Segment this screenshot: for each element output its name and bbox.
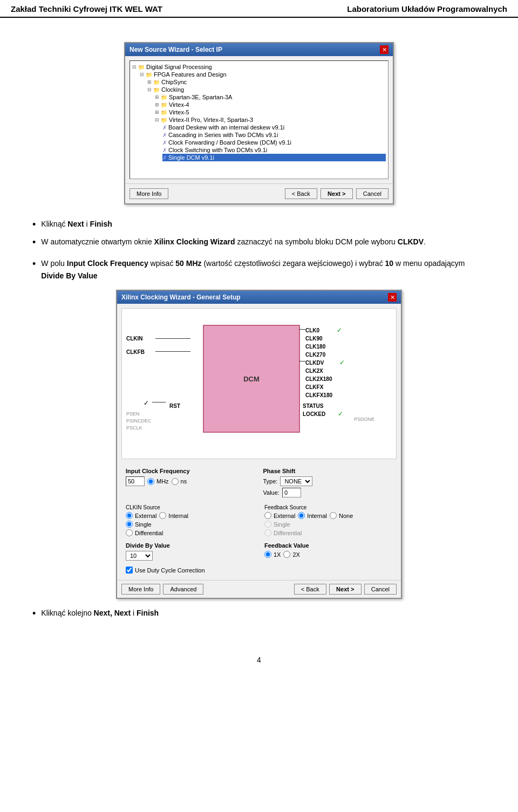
bullet1-next: Next xyxy=(67,220,84,228)
tree-item-dsp[interactable]: ⊟ 📁 Digital Signal Processing xyxy=(132,63,386,71)
clkin-diff-input[interactable] xyxy=(126,529,133,536)
tree-item-fpga[interactable]: ⊟ 📁 FPGA Features and Design xyxy=(140,71,386,78)
tree-label: Virtex-4 xyxy=(169,101,189,108)
feedback-source-group: Feedback Source External Internal xyxy=(264,504,392,538)
tree-item-clocking[interactable]: ⊟ 📁 Clocking xyxy=(147,86,386,93)
duty-cycle-label: Use Duty Cycle Correction xyxy=(135,567,205,574)
expand-icon: ⊟ xyxy=(132,64,137,70)
bullet-section-2: • W polu Input Clock Frequency wpisać 50… xyxy=(32,257,486,282)
fb-internal-input[interactable] xyxy=(298,512,305,519)
mhz-radio[interactable]: MHz xyxy=(147,478,169,485)
wire-clkfb xyxy=(155,351,190,352)
ns-radio[interactable]: ns xyxy=(172,478,187,485)
dialog1-next-button[interactable]: Next > xyxy=(321,188,353,199)
clkfb-label: CLKFB xyxy=(126,349,145,355)
page-header: Zakład Techniki Cyfrowej ITK WEL WAT Lab… xyxy=(0,0,518,18)
dialog2-cancel-button[interactable]: Cancel xyxy=(364,584,397,595)
dialog1-close-button[interactable]: ✕ xyxy=(380,45,388,54)
duty-cycle-checkbox[interactable] xyxy=(126,567,133,574)
page-content: New Source Wizard - Select IP ✕ ⊟ 📁 Digi… xyxy=(0,18,518,645)
fb-1x-label: 1X xyxy=(274,551,281,558)
folder-icon: 📁 xyxy=(153,79,160,85)
phase-value-input[interactable] xyxy=(282,488,301,497)
clkin-single-radio[interactable]: Single xyxy=(126,521,152,528)
tree-label: Spartan-3E, Spartan-3A xyxy=(169,94,232,100)
dialog2-next-button[interactable]: Next > xyxy=(329,584,362,595)
bullet-section-final: • Kliknąć kolejno Next, Next i Finish xyxy=(32,607,486,620)
fb-single-radio[interactable]: Single xyxy=(264,521,290,528)
tree-item-virtex5[interactable]: ⊞ 📁 Virtex-5 xyxy=(155,108,386,116)
ns-radio-input[interactable] xyxy=(172,478,179,485)
dialog2-back-button[interactable]: < Back xyxy=(294,584,326,595)
bullet-text-2: W automatycznie otwartym oknie Xilinx Cl… xyxy=(41,236,426,248)
divide-by-value-group: Divide By Value 10 xyxy=(126,542,254,562)
duty-cycle-checkbox-label[interactable]: Use Duty Cycle Correction xyxy=(126,567,392,574)
fb-single-input[interactable] xyxy=(264,521,271,528)
bullet1-finish: Finish xyxy=(90,220,112,228)
dialog2-close-button[interactable]: ✕ xyxy=(388,293,397,302)
phase-shift-label: Phase Shift xyxy=(263,468,393,474)
fb-1x-input[interactable] xyxy=(264,551,271,558)
clkin-single-input[interactable] xyxy=(126,521,133,528)
expand-icon: ⊞ xyxy=(155,102,159,107)
clkin-internal-input[interactable] xyxy=(159,512,166,519)
tree-item-board-deskew[interactable]: ✗ Board Deskew with an internal deskew v… xyxy=(162,124,386,131)
fb-external-input[interactable] xyxy=(264,512,271,519)
fb-none-radio[interactable]: None xyxy=(330,512,353,519)
fb-none-input[interactable] xyxy=(330,512,337,519)
dialog1-cancel-button[interactable]: Cancel xyxy=(356,188,388,199)
clk90-label: CLK90 xyxy=(305,336,323,342)
bullet-text-3: W polu Input Clock Frequency wpisać 50 M… xyxy=(41,257,486,282)
fb-2x-radio[interactable]: 2X xyxy=(283,551,299,558)
page-number: 4 xyxy=(0,645,518,670)
dialog1-more-info-button[interactable]: More Info xyxy=(130,188,168,199)
tree-item-single-dcm[interactable]: ✗ Single DCM v9.1i xyxy=(162,154,386,161)
fb-internal-radio[interactable]: Internal xyxy=(298,512,327,519)
bullet-item-2: • W automatycznie otwartym oknie Xilinx … xyxy=(32,236,486,249)
ip-tree-view[interactable]: ⊟ 📁 Digital Signal Processing ⊟ 📁 FPGA F… xyxy=(130,60,388,179)
fb-2x-input[interactable] xyxy=(283,551,290,558)
divide-by-row: 10 xyxy=(126,551,254,561)
tree-item-clock-forward[interactable]: ✗ Clock Forwarding / Board Deskew (DCM) … xyxy=(162,139,386,146)
clk2x180-label: CLK2X180 xyxy=(305,376,332,382)
tree-item-virtex4[interactable]: ⊞ 📁 Virtex-4 xyxy=(155,101,386,108)
clk2x-label: CLK2X xyxy=(305,368,323,374)
dialog1-buttons: More Info < Back Next > Cancel xyxy=(125,183,393,203)
file-icon: ✗ xyxy=(162,132,167,138)
final-prefix: Kliknąć kolejno xyxy=(41,609,93,617)
tree-label: Board Deskew with an internal deskew v9.… xyxy=(168,124,284,131)
bullet-section-1: • Kliknąć Next i Finish • W automatyczni… xyxy=(32,218,486,249)
clkin-diff-radio[interactable]: Differential xyxy=(126,529,163,536)
fb-external-radio[interactable]: External xyxy=(264,512,295,519)
tree-item-cascading[interactable]: ✗ Cascading in Series with Two DCMs v9.1… xyxy=(162,131,386,139)
tree-label: Virtex-5 xyxy=(169,109,189,115)
bullet-item-1: • Kliknąć Next i Finish xyxy=(32,218,486,231)
clkin-external-input[interactable] xyxy=(126,512,133,519)
phase-type-dropdown[interactable]: NONE xyxy=(280,476,312,486)
fb-1x-radio[interactable]: 1X xyxy=(264,551,281,558)
dialog2-advanced-button[interactable]: Advanced xyxy=(163,584,203,595)
form-section-top: Input Clock Frequency MHz ns xyxy=(121,465,397,502)
dialog2-more-info-button[interactable]: More Info xyxy=(121,584,160,595)
fb-diff-radio[interactable]: Differential xyxy=(264,529,302,536)
source-row: CLKIN Source External Internal xyxy=(126,504,392,538)
folder-icon: 📁 xyxy=(161,110,167,115)
input-clock-value[interactable] xyxy=(126,476,145,486)
fb-diff-input[interactable] xyxy=(264,529,271,536)
tree-item-virtex2pro[interactable]: ⊟ 📁 Virtex-II Pro, Virtex-II, Spartan-3 xyxy=(155,116,386,124)
tree-item-chipsync[interactable]: ⊞ 📁 ChipSync xyxy=(147,78,386,86)
clkin-internal-radio[interactable]: Internal xyxy=(159,512,188,519)
tree-item-clock-switch[interactable]: ✗ Clock Switching with Two DCMs v9.1i xyxy=(162,146,386,154)
bullet-text-final: Kliknąć kolejno Next, Next i Finish xyxy=(41,607,159,619)
divide-by-dropdown[interactable]: 10 xyxy=(126,551,153,561)
dialog1-back-button[interactable]: < Back xyxy=(285,188,317,199)
tree-item-spartan3e[interactable]: ⊞ 📁 Spartan-3E, Spartan-3A xyxy=(155,93,386,101)
fb-internal-label: Internal xyxy=(307,513,327,519)
rst-check: ✓ xyxy=(144,399,149,407)
input-clock-label: Input Clock Frequency xyxy=(126,468,255,474)
clkin-external-radio[interactable]: External xyxy=(126,512,156,519)
clkin-single-label: Single xyxy=(135,521,152,528)
folder-icon: 📁 xyxy=(161,102,167,108)
mhz-radio-input[interactable] xyxy=(147,478,154,485)
file-icon: ✗ xyxy=(162,140,167,146)
